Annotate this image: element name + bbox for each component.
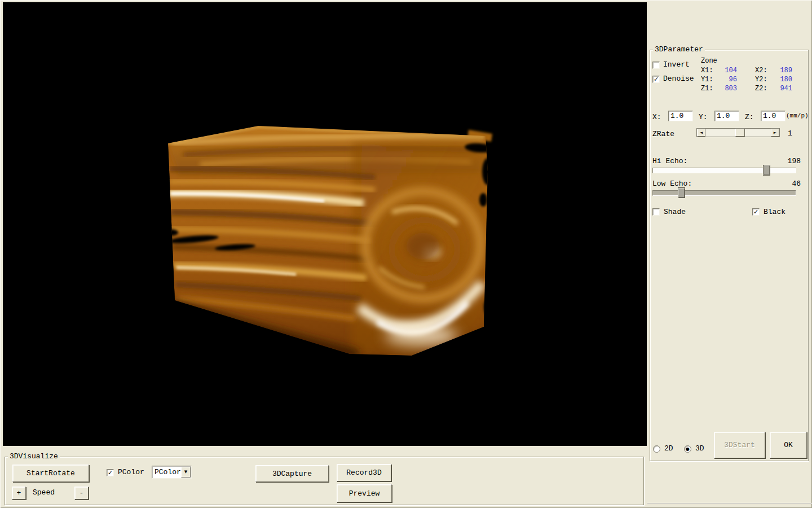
speed-plus-button[interactable]: + (12, 487, 26, 500)
zone-y1-value: 96 (714, 76, 737, 84)
record-3d-button[interactable]: Record3D (337, 464, 391, 481)
invert-label: Invert (663, 61, 690, 69)
pcolor-label: PColor (118, 468, 144, 476)
z-scale-label: Z: (745, 113, 754, 121)
zone-z2-value: 941 (769, 85, 792, 93)
zone-y1-label: Y1: (701, 76, 713, 84)
low-echo-slider-thumb[interactable] (678, 187, 685, 198)
dropdown-arrow-button[interactable]: ▼ (181, 467, 191, 478)
check-mark-icon: ✓ (654, 76, 659, 82)
scroll-left-icon: ◄ (700, 131, 703, 135)
zone-y2-label: Y2: (755, 76, 767, 84)
scroll-left-button[interactable]: ◄ (697, 129, 705, 137)
low-echo-value: 46 (777, 180, 801, 188)
shade-label: Shade (664, 208, 686, 216)
zrate-scroll-thumb[interactable] (735, 129, 745, 137)
hi-echo-value: 198 (777, 157, 801, 165)
mode-3d-label: 3D (695, 445, 704, 453)
speed-label: Speed (33, 489, 55, 497)
radio-dot-icon: ● (686, 447, 690, 452)
hi-echo-label: Hi Echo: (652, 157, 687, 165)
scroll-right-icon: ► (774, 131, 776, 135)
speed-minus-button[interactable]: - (74, 487, 89, 500)
pcolor-checkbox[interactable]: ✓ (107, 469, 114, 476)
parameter-groupbox-title: 3DParameter (653, 45, 705, 54)
visualize-groupbox-title: 3DVisualize (8, 452, 60, 461)
check-mark-icon: ✓ (753, 209, 758, 215)
zone-z1-label: Z1: (701, 85, 713, 93)
z-scale-input[interactable] (761, 111, 785, 121)
pcolor-select-value: PColor (155, 468, 181, 476)
ok-button[interactable]: OK (770, 432, 807, 458)
zone-x2-value: 189 (769, 67, 792, 75)
zone-x1-value: 104 (714, 67, 737, 75)
denoise-checkbox[interactable]: ✓ (652, 76, 660, 83)
volume-render-graphic (3, 2, 647, 446)
mode-3d-radio[interactable]: ● (684, 445, 691, 453)
mode-2d-radio[interactable] (653, 445, 660, 453)
black-checkbox[interactable]: ✓ (752, 208, 760, 216)
scale-unit-label: (mm/p) (786, 112, 809, 120)
y-scale-label: Y: (699, 113, 708, 121)
invert-checkbox[interactable] (652, 62, 660, 69)
zrate-value: 1 (788, 130, 792, 138)
y-scale-input[interactable] (714, 111, 739, 121)
zrate-label: ZRate (652, 130, 674, 138)
panel-bottom-divider (647, 503, 812, 504)
zone-x2-label: X2: (755, 67, 767, 75)
zone-z2-label: Z2: (755, 85, 767, 93)
x-scale-label: X: (652, 113, 661, 121)
hi-echo-slider-thumb[interactable] (763, 165, 770, 176)
x-scale-input[interactable] (668, 111, 693, 121)
zone-y2-value: 180 (769, 76, 792, 84)
app-window: 3DParameter Invert ✓ Denoise Zone X1: 10… (0, 0, 812, 508)
capture-3d-button[interactable]: 3DCapture (255, 465, 329, 482)
check-mark-icon: ✓ (108, 470, 113, 476)
dropdown-arrow-icon: ▼ (184, 470, 187, 474)
low-echo-slider-track[interactable] (652, 190, 796, 196)
visualize-groupbox: 3DVisualize StartRotate + Speed - ✓ PCol… (5, 457, 644, 505)
start-3d-button[interactable]: 3DStart (714, 432, 765, 458)
shade-checkbox[interactable] (652, 208, 660, 216)
low-echo-label: Low Echo: (652, 180, 692, 188)
zone-z1-value: 803 (714, 85, 737, 93)
pcolor-select[interactable]: PColor ▼ (152, 466, 192, 479)
black-label: Black (764, 208, 785, 216)
render-viewport[interactable] (3, 2, 647, 446)
mode-2d-label: 2D (664, 445, 673, 453)
start-rotate-button[interactable]: StartRotate (12, 465, 89, 482)
parameter-groupbox: 3DParameter Invert ✓ Denoise Zone X1: 10… (650, 50, 809, 461)
preview-button[interactable]: Preview (337, 484, 392, 502)
hi-echo-slider-track[interactable] (652, 168, 796, 173)
denoise-label: Denoise (663, 75, 694, 83)
zrate-scrollbar[interactable]: ◄ ► (696, 128, 780, 137)
zone-x1-label: X1: (701, 67, 713, 75)
zone-title: Zone (701, 57, 717, 65)
scroll-right-button[interactable]: ► (771, 129, 779, 137)
